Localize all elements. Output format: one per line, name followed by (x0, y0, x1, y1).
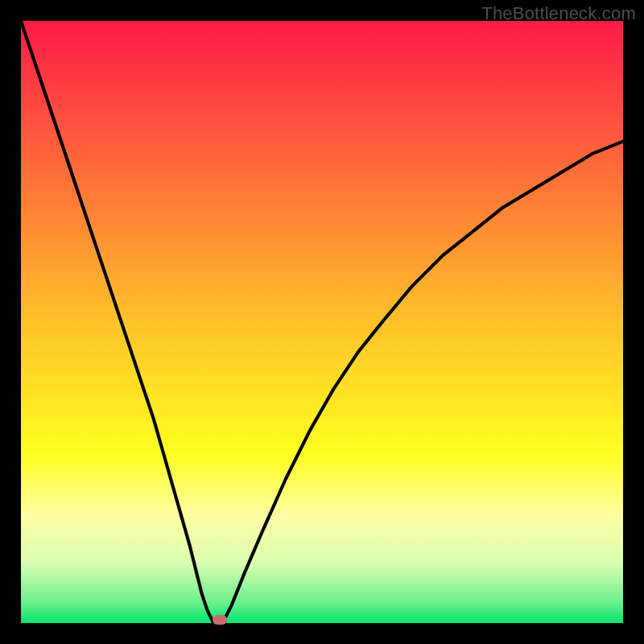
optimal-point-marker (213, 615, 227, 625)
watermark-text: TheBottleneck.com (481, 3, 636, 24)
bottleneck-chart (21, 21, 623, 623)
chart-background (21, 21, 623, 623)
chart-frame: TheBottleneck.com (0, 0, 644, 644)
